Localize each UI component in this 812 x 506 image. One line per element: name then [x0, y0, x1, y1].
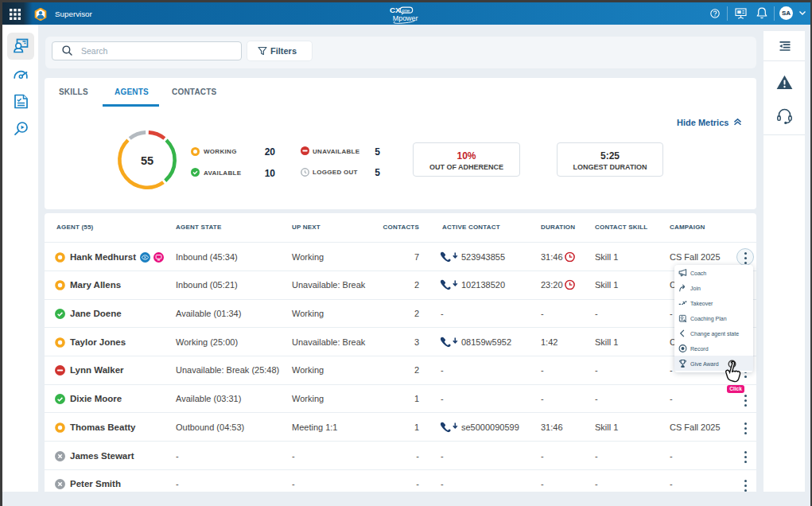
svg-text:CX: CX — [390, 6, 401, 14]
svg-text:55: 55 — [140, 154, 153, 167]
svg-text:one: one — [402, 7, 410, 13]
